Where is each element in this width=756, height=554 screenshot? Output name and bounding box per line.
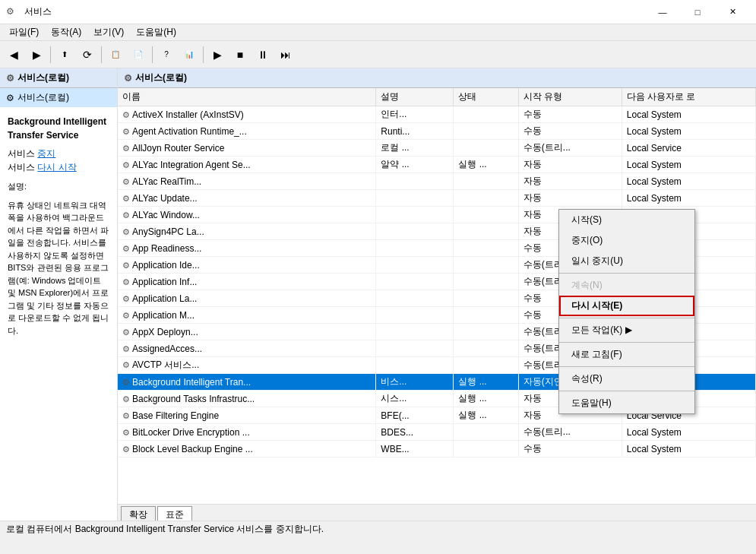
cell-start: 자동 [518,157,622,173]
toolbar-pause[interactable]: ⏸ [252,44,274,65]
table-row[interactable]: ⚙Application Inf... 수동(트리... Local Servi… [118,274,756,290]
col-desc[interactable]: 설명 [376,88,454,106]
tree-label: 서비스(로컬) [17,91,69,104]
col-user[interactable]: 다음 사용자로 로 [622,88,755,106]
table-row[interactable]: ⚙Agent Activation Runtime_... Runti... 수… [118,123,756,140]
cell-status [454,190,519,207]
cell-name: ⚙Application M... [118,307,376,324]
cell-desc: 알약 ... [376,157,454,173]
toolbar-play[interactable]: ▶ [207,44,228,65]
cell-user: Local System [622,190,755,207]
table-row[interactable]: ⚙Background Tasks Infrastruc... 시스... 실행… [118,391,756,407]
toolbar-back[interactable]: ◀ [3,44,24,65]
cell-name: ⚙AssignedAcces... [118,340,376,357]
cell-user: Local System [622,240,755,257]
cell-user: Local System [622,441,755,457]
table-row[interactable]: ⚙ALYac Integration Agent Se... 알약 ... 실행… [118,157,756,173]
cell-desc [376,190,454,207]
close-button[interactable]: ✕ [715,0,750,24]
table-row[interactable]: ⚙ALYac Update... 자동 Local System [118,190,756,207]
minimize-button[interactable]: — [645,0,680,24]
tree-item-services[interactable]: ⚙ 서비스(로컬) [0,88,117,107]
cell-user: Local Service [622,257,755,274]
cell-start: 수동(트리... [518,257,622,274]
cell-start: 수동 [518,441,622,457]
toolbar-refresh[interactable]: ⟳ [77,44,98,65]
tab-standard[interactable]: 표준 [157,506,192,521]
table-row[interactable]: ⚙App Readiness... 수동 Local System [118,240,756,257]
col-name[interactable]: 이름 [118,88,376,106]
cell-start: 수동 [518,123,622,140]
table-row[interactable]: ⚙AVCTP 서비스... 수동(트리... Local Service [118,357,756,374]
toolbar-restart[interactable]: ⏭ [275,44,296,65]
cell-start: 자동 [518,391,622,407]
table-row[interactable]: ⚙Application M... 수동 Local System [118,307,756,324]
table-row[interactable]: ⚙AssignedAcces... 수동(트리... Local System [118,340,756,357]
cell-desc [376,290,454,307]
cell-name: ⚙AllJoyn Router Service [118,140,376,157]
col-start[interactable]: 시작 유형 [518,88,622,106]
toolbar-stop[interactable]: ■ [229,44,251,65]
toolbar-forward[interactable]: ▶ [26,44,47,65]
col-status[interactable]: 상태 [454,88,519,106]
main-layout: ⚙ 서비스(로컬) ⚙ 서비스(로컬) Background Intellige… [0,68,756,521]
table-row[interactable]: ⚙ALYac RealTim... 자동 Local System [118,173,756,190]
cell-user: Local System [622,424,755,441]
cell-name: ⚙AppX Deployn... [118,324,376,340]
table-row[interactable]: ⚙Application Ide... 수동(트리... Local Servi… [118,257,756,274]
table-row[interactable]: ⚙Application La... 수동 Local Service [118,290,756,307]
cell-desc: 시스... [376,391,454,407]
table-row[interactable]: ⚙BitLocker Drive Encryption ... BDES... … [118,424,756,441]
menu-action[interactable]: 동작(A) [45,24,87,40]
toolbar-sep3 [152,46,153,63]
toolbar: ◀ ▶ ⬆ ⟳ 📋 📄 ? 📊 ▶ ■ ⏸ ⏭ [0,41,756,68]
cell-status [454,207,519,223]
toolbar-export[interactable]: 📊 [179,44,200,65]
cell-desc [376,340,454,357]
table-row[interactable]: ⚙ActiveX Installer (AxInstSV) 인터... 수동 L… [118,106,756,123]
menu-view[interactable]: 보기(V) [87,24,130,40]
cell-name: ⚙Application Ide... [118,257,376,274]
menu-help[interactable]: 도움말(H) [130,24,182,40]
services-table[interactable]: 이름 설명 상태 시작 유형 다음 사용자로 로 ⚙ActiveX Instal… [118,88,756,504]
cell-user: Local System [622,173,755,190]
table-row[interactable]: ⚙Block Level Backup Engine ... WBE... 수동… [118,441,756,457]
cell-desc [376,240,454,257]
cell-status [454,357,519,374]
tab-extend[interactable]: 확장 [121,506,156,521]
cell-name: ⚙ALYac RealTim... [118,173,376,190]
tree-icon: ⚙ [6,93,14,103]
cell-start: 수동(트리... [518,324,622,340]
table-row[interactable]: ⚙ALYac Window... 자동 Local System [118,207,756,223]
menu-file[interactable]: 파일(F) [3,24,45,40]
maximize-button[interactable]: □ [680,0,715,24]
cell-name: ⚙ALYac Window... [118,207,376,223]
service-restart-link[interactable]: 다시 시작 [37,162,76,173]
tabs-bar: 확장 표준 [118,504,756,521]
toolbar-btn4[interactable]: 📄 [128,44,149,65]
toolbar-btn3[interactable]: 📋 [105,44,126,65]
table-row[interactable]: ⚙Base Filtering Engine BFE(... 실행 ... 자동… [118,407,756,424]
table-row[interactable]: ⚙AppX Deployn... 수동(트리... Local System [118,324,756,340]
cell-status [454,173,519,190]
table-row[interactable]: ⚙Background Intelligent Tran... 비스... 실행… [118,374,756,391]
cell-desc: WBE... [376,441,454,457]
cell-start: 수동(트리... [518,274,622,290]
cell-start: 수동 [518,290,622,307]
toolbar-help[interactable]: ? [156,44,177,65]
left-panel: ⚙ 서비스(로컬) ⚙ 서비스(로컬) Background Intellige… [0,68,118,521]
cell-desc [376,223,454,240]
cell-desc [376,274,454,290]
cell-user: Local Service [622,357,755,374]
cell-desc [376,307,454,324]
cell-user: Local System [622,374,755,391]
toolbar-up[interactable]: ⬆ [54,44,75,65]
cell-name: ⚙Application La... [118,290,376,307]
cell-start: 자동 [518,190,622,207]
table-row[interactable]: ⚙AllJoyn Router Service 로컬 ... 수동(트리... … [118,140,756,157]
table-row[interactable]: ⚙AnySign4PC La... 자동 Local System [118,223,756,240]
cell-status [454,274,519,290]
service-stop-link[interactable]: 중지 [37,148,55,159]
service-desc-title: 설명: [8,180,109,193]
cell-start: 자동 [518,407,622,424]
